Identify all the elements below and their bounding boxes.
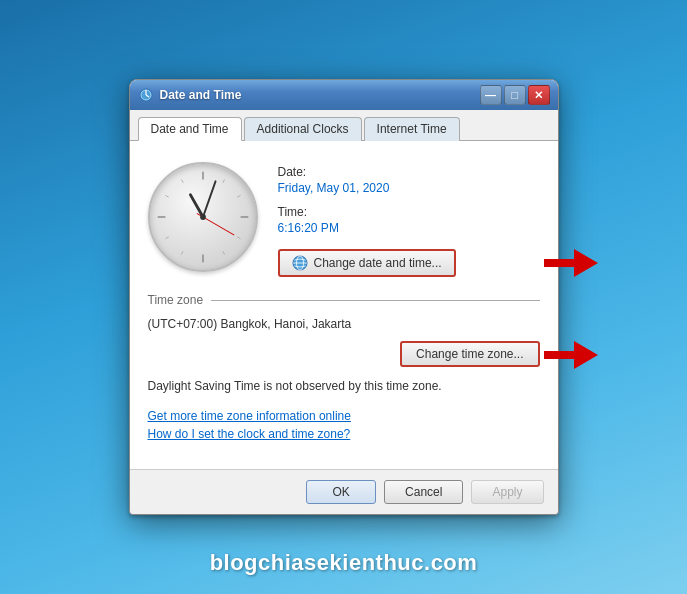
change-date-time-label: Change date and time... [314, 256, 442, 270]
arrow-indicator-1 [544, 249, 598, 281]
title-bar-buttons: — □ ✕ [480, 85, 550, 105]
svg-line-14 [165, 195, 168, 197]
svg-line-17 [203, 181, 216, 217]
date-label: Date: [278, 165, 540, 179]
svg-line-15 [181, 179, 183, 182]
svg-line-8 [222, 179, 224, 182]
timezone-section-header: Time zone [148, 293, 540, 307]
title-bar: Date and Time — □ ✕ [130, 80, 558, 110]
dst-note: Daylight Saving Time is not observed by … [148, 379, 540, 393]
watermark: blogchiasekienthuc.com [210, 550, 478, 576]
close-button[interactable]: ✕ [528, 85, 550, 105]
links-section: Get more time zone information online Ho… [148, 409, 540, 441]
bottom-bar: OK Cancel Apply [130, 469, 558, 514]
svg-line-13 [165, 237, 168, 239]
clock-container [148, 157, 258, 277]
svg-line-12 [181, 251, 183, 254]
set-clock-link[interactable]: How do I set the clock and time zone? [148, 427, 540, 441]
arrow-indicator-2 [544, 341, 598, 373]
datetime-info: Date: Friday, May 01, 2020 Time: 6:16:20… [278, 157, 540, 277]
globe-icon [292, 255, 308, 271]
date-value: Friday, May 01, 2020 [278, 181, 540, 195]
svg-line-9 [237, 195, 240, 197]
apply-button[interactable]: Apply [471, 480, 543, 504]
svg-marker-24 [544, 341, 598, 369]
timezone-value: (UTC+07:00) Bangkok, Hanoi, Jakarta [148, 317, 540, 331]
window-icon [138, 87, 154, 103]
maximize-button[interactable]: □ [504, 85, 526, 105]
ok-button[interactable]: OK [306, 480, 376, 504]
tab-content: Date: Friday, May 01, 2020 Time: 6:16:20… [130, 141, 558, 469]
analog-clock [148, 162, 258, 272]
svg-point-19 [200, 214, 206, 220]
top-section: Date: Friday, May 01, 2020 Time: 6:16:20… [148, 157, 540, 277]
svg-line-10 [237, 237, 240, 239]
tab-bar: Date and Time Additional Clocks Internet… [130, 110, 558, 141]
change-date-time-button[interactable]: Change date and time... [278, 249, 456, 277]
main-window: Date and Time — □ ✕ Date and Time Additi… [129, 79, 559, 515]
tab-internet-time[interactable]: Internet Time [364, 117, 460, 141]
minimize-button[interactable]: — [480, 85, 502, 105]
change-date-time-row: Change date and time... [278, 249, 540, 277]
tab-additional-clocks[interactable]: Additional Clocks [244, 117, 362, 141]
window-title: Date and Time [160, 88, 480, 102]
change-timezone-row: Change time zone... [148, 341, 540, 367]
time-label: Time: [278, 205, 540, 219]
timezone-label: Time zone [148, 293, 204, 307]
change-timezone-button[interactable]: Change time zone... [400, 341, 539, 367]
tab-date-and-time[interactable]: Date and Time [138, 117, 242, 141]
time-value: 6:16:20 PM [278, 221, 540, 235]
cancel-button[interactable]: Cancel [384, 480, 463, 504]
svg-line-11 [222, 251, 224, 254]
divider-line [211, 300, 539, 301]
timezone-info-link[interactable]: Get more time zone information online [148, 409, 540, 423]
svg-marker-23 [544, 249, 598, 277]
